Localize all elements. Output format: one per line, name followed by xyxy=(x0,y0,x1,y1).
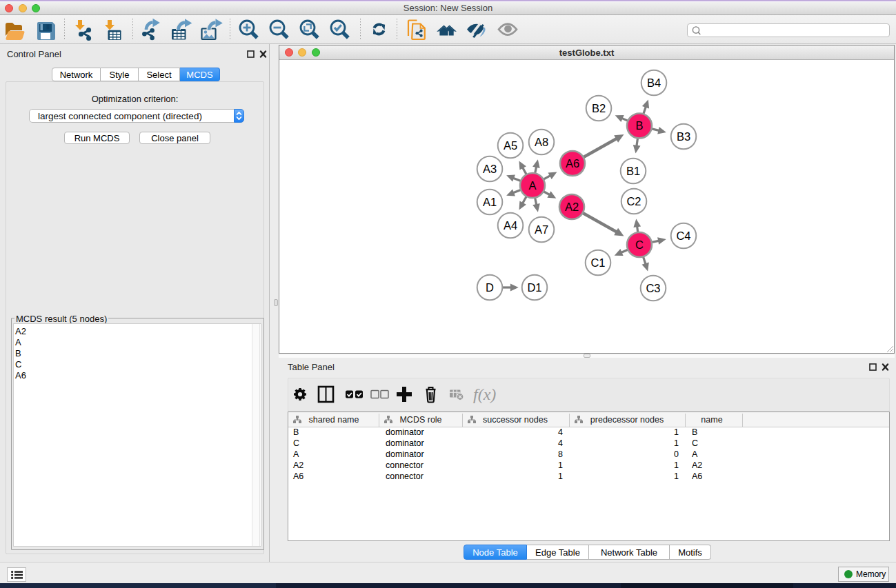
svg-text:B: B xyxy=(293,427,299,437)
svg-text:D1: D1 xyxy=(527,281,541,294)
svg-text:A8: A8 xyxy=(535,136,548,148)
svg-text:A4: A4 xyxy=(504,219,517,232)
svg-text:B3: B3 xyxy=(677,130,690,143)
svg-text:C: C xyxy=(293,438,299,448)
svg-text:1: 1 xyxy=(674,472,679,481)
svg-text:C: C xyxy=(635,239,644,251)
svg-text:name: name xyxy=(701,415,722,425)
svg-text:4: 4 xyxy=(558,438,563,448)
svg-text:A: A xyxy=(692,449,698,459)
svg-text:f(x): f(x) xyxy=(473,385,496,403)
svg-text:A: A xyxy=(528,179,536,192)
svg-text:A2: A2 xyxy=(692,460,702,470)
svg-text:B2: B2 xyxy=(592,102,606,114)
svg-text:B4: B4 xyxy=(647,77,661,89)
svg-text:successor nodes: successor nodes xyxy=(483,415,548,425)
svg-text:C4: C4 xyxy=(676,230,690,242)
svg-text:A5: A5 xyxy=(504,139,517,152)
svg-text:1: 1 xyxy=(558,472,563,481)
svg-text:dominator: dominator xyxy=(386,438,424,448)
svg-text:C2: C2 xyxy=(626,195,641,207)
svg-text:connector: connector xyxy=(386,460,424,470)
svg-text:1: 1 xyxy=(558,460,563,470)
svg-text:A: A xyxy=(293,449,299,459)
svg-text:A6: A6 xyxy=(566,157,579,170)
svg-text:dominator: dominator xyxy=(386,449,424,459)
svg-text:dominator: dominator xyxy=(386,427,424,437)
svg-text:connector: connector xyxy=(386,472,424,481)
svg-text:A3: A3 xyxy=(483,163,497,175)
svg-text:1: 1 xyxy=(674,427,679,437)
svg-text:predecessor nodes: predecessor nodes xyxy=(590,415,664,425)
svg-text:A6: A6 xyxy=(692,472,702,481)
svg-text:MCDS role: MCDS role xyxy=(399,415,441,425)
svg-text:B1: B1 xyxy=(626,165,640,177)
svg-text:8: 8 xyxy=(558,449,563,459)
svg-text:A7: A7 xyxy=(535,223,548,236)
svg-text:1: 1 xyxy=(674,460,679,470)
svg-text:B: B xyxy=(635,119,643,132)
svg-text:A2: A2 xyxy=(565,201,579,213)
svg-text:1: 1 xyxy=(674,438,679,448)
svg-text:A6: A6 xyxy=(293,472,303,481)
svg-text:A1: A1 xyxy=(483,196,497,208)
svg-text:A2: A2 xyxy=(293,460,303,470)
svg-text:C1: C1 xyxy=(590,256,605,269)
svg-text:B: B xyxy=(692,427,697,437)
svg-text:D: D xyxy=(486,281,494,294)
svg-text:0: 0 xyxy=(674,449,679,459)
svg-text:C: C xyxy=(692,438,698,448)
svg-text:shared name: shared name xyxy=(309,415,359,425)
svg-text:C3: C3 xyxy=(646,282,660,294)
svg-text:4: 4 xyxy=(558,427,563,437)
